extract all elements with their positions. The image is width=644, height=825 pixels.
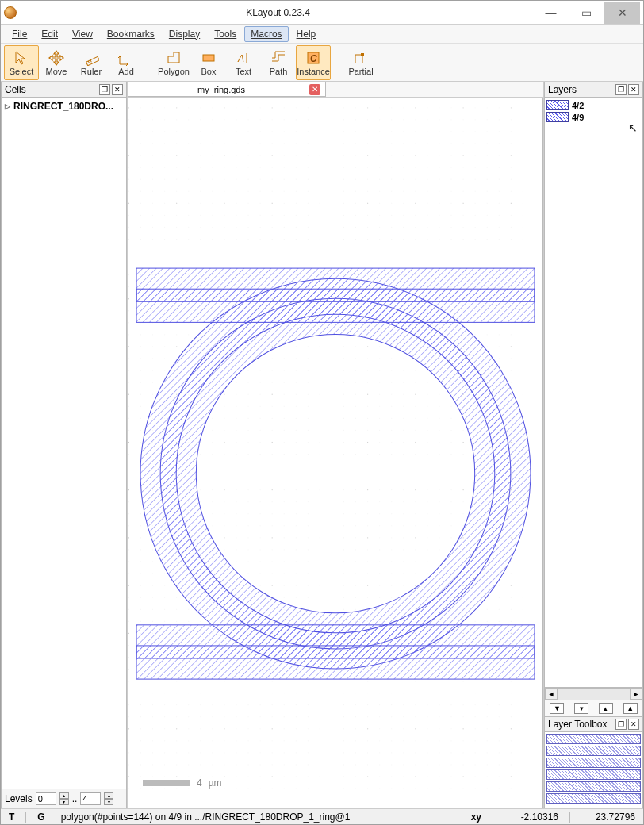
titlebar: KLayout 0.23.4 — ▭ ✕ <box>1 1 643 25</box>
svg-rect-8 <box>361 53 364 56</box>
scalebar-unit: µm <box>209 777 222 789</box>
main-area: Cells ❐ ✕ ▷ RINGRECT_180DRO... Levels ▴▾… <box>1 82 643 808</box>
document-tabs: my_ring.gds ✕ <box>128 82 543 98</box>
svg-line-2 <box>90 59 91 62</box>
cells-panel-title: Cells <box>5 84 26 95</box>
layers-list[interactable]: 4/2 4/9 ↖ <box>544 98 643 688</box>
layer-down-all-button[interactable]: ▼ <box>550 703 564 714</box>
layers-hscroll[interactable]: ◄ ► <box>544 688 643 700</box>
layer-down-button[interactable]: ▾ <box>574 703 588 714</box>
scroll-right-icon[interactable]: ► <box>630 689 642 700</box>
layer-row[interactable]: 4/2 <box>546 99 641 111</box>
tool-box[interactable]: Box <box>191 45 226 80</box>
toolbox-row[interactable] <box>546 793 641 804</box>
tool-select[interactable]: Select <box>4 45 39 80</box>
maximize-button[interactable]: ▭ <box>569 2 604 24</box>
layer-up-button[interactable]: ▴ <box>599 703 613 714</box>
scroll-left-icon[interactable]: ◄ <box>545 689 558 700</box>
cells-undock-button[interactable]: ❐ <box>99 84 110 95</box>
ruler-icon <box>82 49 100 67</box>
cell-name: RINGRECT_180DRO... <box>13 101 113 112</box>
layers-panel-header: Layers ❐ ✕ <box>544 82 643 98</box>
tree-expand-icon[interactable]: ▷ <box>5 102 10 110</box>
cursor-icon <box>13 49 30 67</box>
toolbox-undock-button[interactable]: ❐ <box>615 719 627 730</box>
layer-swatch-icon <box>546 112 569 122</box>
menu-help[interactable]: Help <box>290 26 323 42</box>
cells-panel: Cells ❐ ✕ ▷ RINGRECT_180DRO... Levels ▴▾… <box>1 82 128 808</box>
polygon-icon <box>165 49 182 67</box>
svg-rect-16 <box>136 289 535 301</box>
tab-close-icon[interactable]: ✕ <box>309 84 320 95</box>
layers-undock-button[interactable]: ❐ <box>615 84 627 95</box>
canvas-svg <box>128 98 542 808</box>
tool-text[interactable]: A Text <box>226 45 261 80</box>
layer-swatch-icon <box>546 100 569 110</box>
layer-up-all-button[interactable]: ▲ <box>623 703 638 714</box>
minimize-button[interactable]: — <box>533 2 569 24</box>
tool-move[interactable]: Move <box>39 45 74 80</box>
instance-icon: C <box>305 49 322 67</box>
svg-rect-3 <box>203 55 214 61</box>
toolbox-row[interactable] <box>546 781 641 792</box>
menu-display[interactable]: Display <box>163 26 206 42</box>
layers-close-button[interactable]: ✕ <box>628 84 639 95</box>
menu-view[interactable]: View <box>66 26 99 42</box>
layer-toolbox[interactable] <box>544 732 643 808</box>
toolbox-header: Layer Toolbox ❐ ✕ <box>544 716 643 732</box>
tool-add[interactable]: Add <box>109 45 144 80</box>
scroll-track[interactable] <box>558 689 630 700</box>
levels-label: Levels <box>5 793 33 804</box>
svg-text:A: A <box>237 53 244 64</box>
menu-file[interactable]: File <box>6 26 33 42</box>
cell-tree-item[interactable]: ▷ RINGRECT_180DRO... <box>5 101 123 112</box>
levels-from-spinner[interactable]: ▴▾ <box>59 792 69 805</box>
layer-nav-buttons: ▼ ▾ ▴ ▲ <box>544 700 643 716</box>
menu-tools[interactable]: Tools <box>208 26 243 42</box>
cells-panel-header: Cells ❐ ✕ <box>1 82 127 98</box>
scalebar-value: 4 <box>197 777 202 789</box>
levels-bar: Levels ▴▾ .. ▴▾ <box>1 789 127 808</box>
svg-text:C: C <box>310 53 317 64</box>
document-tab[interactable]: my_ring.gds ✕ <box>128 82 326 97</box>
window-title: KLayout 0.23.4 <box>23 7 533 18</box>
layers-panel-title: Layers <box>548 84 577 95</box>
tool-polygon[interactable]: Polygon <box>156 45 191 80</box>
toolgroup-main: Select Move Ruler Add <box>4 45 144 80</box>
toolbar-separator-2 <box>335 47 339 79</box>
layout-canvas[interactable]: 4 µm <box>128 98 543 808</box>
mouse-cursor-icon: ↖ <box>628 121 638 134</box>
levels-to-spinner[interactable]: ▴▾ <box>104 792 113 805</box>
status-G: G <box>33 812 49 823</box>
layer-row[interactable]: 4/9 <box>546 111 641 123</box>
document-tab-name: my_ring.gds <box>133 85 309 94</box>
statusbar: T G polygon(#points=144) on 4/9 in .../R… <box>1 808 643 824</box>
status-y: 23.72796 <box>577 812 640 823</box>
toolbox-row[interactable] <box>546 746 641 756</box>
menu-bookmarks[interactable]: Bookmarks <box>101 26 161 42</box>
cells-close-button[interactable]: ✕ <box>112 84 123 95</box>
toolbox-row[interactable] <box>546 769 641 780</box>
tool-instance[interactable]: C Instance <box>296 45 331 80</box>
tool-path[interactable]: Path <box>261 45 296 80</box>
menu-macros[interactable]: Macros <box>244 26 288 42</box>
svg-line-1 <box>88 60 89 63</box>
status-x: -2.10316 <box>500 812 563 823</box>
tool-partial[interactable]: Partial <box>343 45 378 80</box>
toolbox-row[interactable] <box>546 734 641 744</box>
scalebar-bar <box>143 780 190 786</box>
toolbox-row[interactable] <box>546 758 641 768</box>
status-T: T <box>4 812 19 823</box>
path-icon <box>270 49 287 67</box>
toolgroup-shapes: Polygon Box A Text Path C Instance <box>156 45 331 80</box>
levels-to-input[interactable] <box>80 792 101 805</box>
levels-from-input[interactable] <box>36 792 56 805</box>
cells-tree[interactable]: ▷ RINGRECT_180DRO... <box>1 98 127 789</box>
add-icon <box>117 49 135 67</box>
box-icon <box>200 49 217 67</box>
close-button[interactable]: ✕ <box>604 2 640 24</box>
toolbox-close-button[interactable]: ✕ <box>628 719 639 730</box>
menu-edit[interactable]: Edit <box>35 26 64 42</box>
tool-ruler[interactable]: Ruler <box>74 45 109 80</box>
status-message: polygon(#points=144) on 4/9 in .../RINGR… <box>56 812 355 823</box>
